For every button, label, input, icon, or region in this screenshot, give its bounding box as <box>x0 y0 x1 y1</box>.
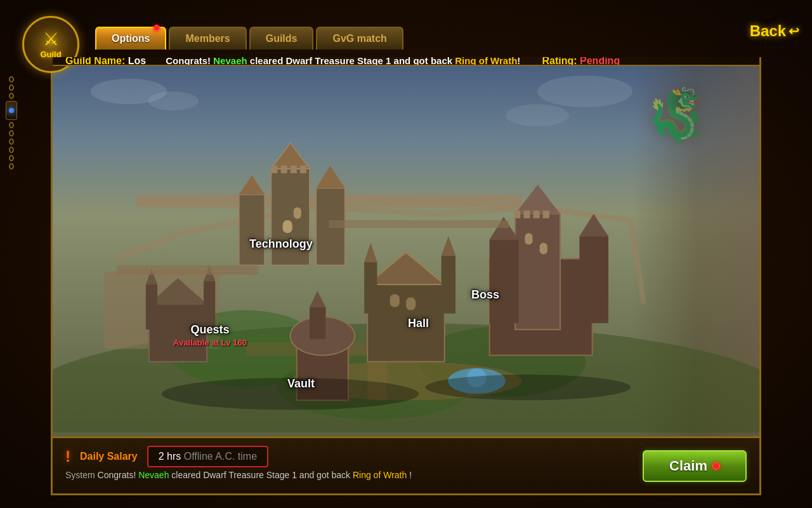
exclamation-icon: ! <box>65 448 70 465</box>
svg-point-56 <box>162 378 419 410</box>
chain-link <box>9 122 14 128</box>
svg-rect-13 <box>239 194 265 265</box>
chain-link <box>9 130 14 137</box>
svg-rect-45 <box>523 211 530 218</box>
svg-rect-55 <box>329 220 509 228</box>
lantern-icon <box>6 101 17 120</box>
tab-bar: Options Members Guilds GvG match <box>95 27 403 50</box>
svg-rect-50 <box>525 233 532 244</box>
svg-marker-24 <box>364 243 377 262</box>
offline-text: Offline A.C. time <box>181 451 257 462</box>
svg-rect-31 <box>204 281 215 330</box>
svg-rect-44 <box>514 211 520 218</box>
chain-link <box>9 138 14 145</box>
castle-svg <box>53 79 759 432</box>
svg-rect-21 <box>367 284 445 362</box>
svg-rect-11 <box>271 169 310 265</box>
svg-rect-20 <box>300 166 306 173</box>
system-player-name: Nevaeh <box>138 470 169 480</box>
svg-rect-38 <box>515 214 560 330</box>
chain-link <box>9 147 14 153</box>
svg-marker-22 <box>367 252 445 284</box>
svg-point-57 <box>425 375 631 401</box>
svg-rect-51 <box>540 243 547 254</box>
svg-rect-40 <box>490 239 519 323</box>
header: ⚔ Guild Options Members <box>51 19 761 57</box>
guild-info-bar: Guild Name: Los Congrats! Nevaeh cleared… <box>53 57 759 66</box>
svg-marker-39 <box>515 185 560 214</box>
tab-members[interactable]: Members <box>169 27 246 50</box>
svg-marker-36 <box>310 291 325 307</box>
tab-guilds[interactable]: Guilds <box>249 27 314 50</box>
svg-rect-52 <box>390 294 400 307</box>
svg-marker-16 <box>316 166 345 188</box>
chain-link <box>9 155 14 161</box>
offline-time-box: 2 hrs Offline A.C. time <box>147 446 268 467</box>
svg-marker-26 <box>442 236 455 255</box>
tab-options[interactable]: Options <box>95 27 166 50</box>
svg-rect-46 <box>534 211 540 218</box>
main-panel: Guild Name: Los Congrats! Nevaeh cleared… <box>51 57 761 495</box>
guild-emblem: ⚔ Guild <box>13 6 89 83</box>
back-button[interactable]: Back ↩ <box>750 22 799 40</box>
svg-rect-47 <box>543 211 549 218</box>
svg-rect-42 <box>579 236 608 323</box>
notification-ticker: Guild Name: Los Congrats! Nevaeh cleared… <box>53 57 759 65</box>
svg-rect-27 <box>149 304 207 361</box>
svg-marker-14 <box>239 175 265 194</box>
svg-marker-12 <box>271 143 310 169</box>
claim-button[interactable]: Claim <box>643 450 747 482</box>
chain-decoration <box>8 76 15 203</box>
tab-options-dot <box>154 25 160 31</box>
svg-rect-25 <box>442 256 455 314</box>
svg-rect-17 <box>271 166 277 173</box>
back-arrow-icon: ↩ <box>789 23 799 39</box>
svg-rect-54 <box>117 265 258 275</box>
svg-rect-35 <box>310 307 325 340</box>
svg-rect-48 <box>283 220 292 233</box>
offline-hours: 2 hrs <box>159 451 181 462</box>
svg-rect-29 <box>146 284 157 330</box>
svg-rect-49 <box>294 208 301 219</box>
svg-rect-53 <box>406 297 416 310</box>
salary-row: ! Daily Salary 2 hrs Offline A.C. time C… <box>65 446 747 467</box>
claim-button-dot <box>712 462 720 470</box>
svg-rect-23 <box>364 262 377 314</box>
game-world: 🐉 <box>53 66 759 436</box>
bottom-bar: ! Daily Salary 2 hrs Offline A.C. time C… <box>53 436 759 493</box>
svg-rect-19 <box>291 166 297 173</box>
sword-icon: ⚔ <box>43 30 59 48</box>
chain-link <box>9 84 14 91</box>
main-container: ⚔ Guild Options Members <box>51 19 761 495</box>
svg-rect-18 <box>281 166 287 173</box>
system-item-name: Ring of Wrath <box>353 470 407 480</box>
chain-link <box>9 93 14 99</box>
daily-salary-label: Daily Salary <box>80 451 138 462</box>
tab-gvg[interactable]: GvG match <box>316 27 403 50</box>
chain-link <box>9 163 14 170</box>
